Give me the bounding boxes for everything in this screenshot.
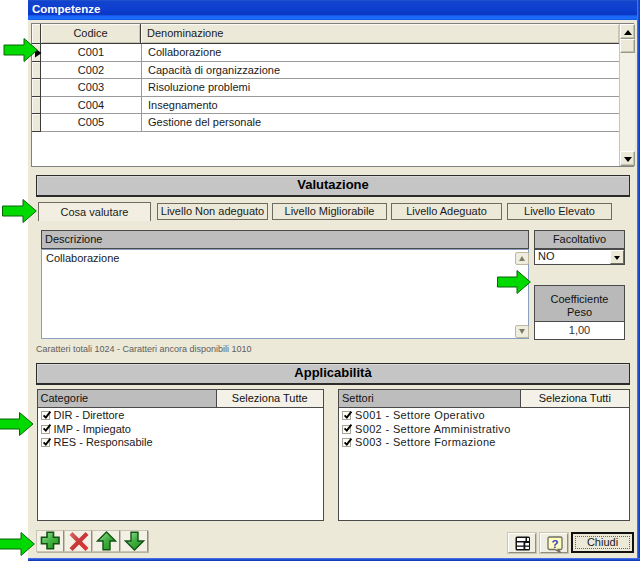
svg-text:?: ? (551, 537, 558, 549)
